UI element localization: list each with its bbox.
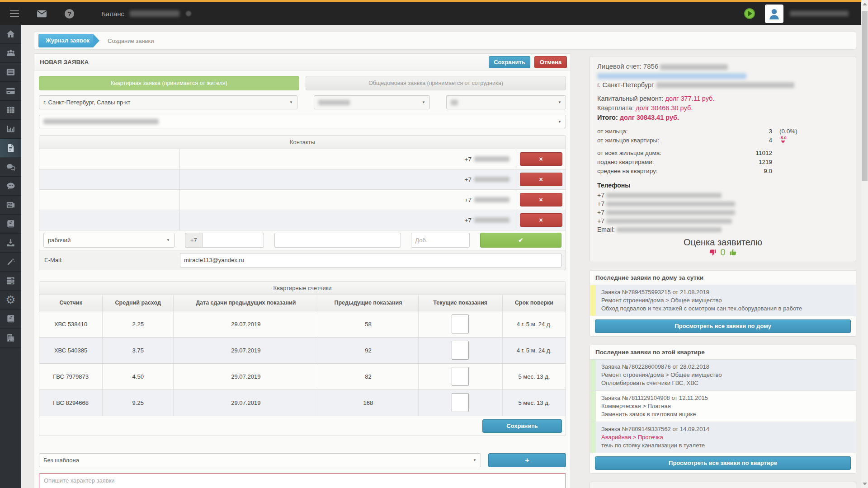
redacted-email bbox=[617, 227, 722, 232]
save-readings-button[interactable]: Сохранить bbox=[482, 419, 562, 433]
meter-check-term: 5 мес. 13 д. bbox=[502, 389, 566, 416]
save-button[interactable]: Сохранить bbox=[489, 56, 530, 68]
applicant-rating: Оценка заявителю 0 bbox=[597, 238, 849, 257]
sidebar-item-import[interactable] bbox=[0, 234, 21, 253]
add-phone-row: рабочий +7 ✔ bbox=[39, 230, 566, 250]
mail-button[interactable] bbox=[36, 8, 47, 19]
view-house-requests-button[interactable]: Просмотреть все заявки по дому bbox=[595, 319, 851, 333]
sidebar-item-news[interactable] bbox=[0, 196, 21, 215]
account-info-panel: Лицевой счет: 7856 г. Санкт-Петербург Ка… bbox=[590, 56, 856, 262]
current-reading-input[interactable] bbox=[452, 367, 469, 386]
phone-number-input[interactable] bbox=[202, 233, 264, 248]
page-scrollbar[interactable] bbox=[861, 0, 868, 488]
rent-value: долг 30466.30 руб. bbox=[636, 104, 693, 112]
scrollbar-down-arrow-icon[interactable] bbox=[863, 483, 867, 485]
meter-prev: 58 bbox=[318, 311, 418, 337]
remove-phone-button[interactable]: × bbox=[520, 213, 562, 227]
meter-check-term: 4 г. 5 м. 24 д. bbox=[502, 311, 566, 337]
template-select[interactable]: Без шаблона bbox=[39, 453, 481, 467]
col-header: Срок поверки bbox=[502, 295, 566, 311]
email-label: E-Mail: bbox=[39, 257, 180, 263]
newspaper-icon bbox=[5, 200, 16, 210]
apartment-select[interactable] bbox=[446, 95, 566, 109]
thumbs-up-icon[interactable] bbox=[729, 248, 738, 257]
sidebar-item-dialogs[interactable] bbox=[0, 158, 21, 177]
breadcrumb: Журнал заявок Создание заявки bbox=[34, 32, 856, 50]
scrollbar-thumb[interactable] bbox=[862, 11, 868, 181]
add-template-button[interactable]: + bbox=[488, 453, 566, 467]
right-column: Лицевой счет: 7856 г. Санкт-Петербург Ка… bbox=[590, 53, 856, 488]
meters-title: Квартирные счетчики bbox=[39, 282, 566, 295]
view-apartment-requests-button[interactable]: Просмотреть все заявки по квартире bbox=[595, 456, 851, 470]
sidebar-item-directory[interactable] bbox=[0, 310, 21, 328]
trend-down-icon bbox=[781, 141, 785, 143]
tab-journal[interactable]: Журнал заявок bbox=[38, 34, 93, 47]
sidebar-item-home[interactable] bbox=[0, 25, 21, 44]
play-button[interactable] bbox=[744, 8, 755, 19]
list-item[interactable]: Заявка №7811129104908 от 12.11.2015 Комм… bbox=[590, 391, 856, 422]
top-accent-strip bbox=[0, 0, 861, 2]
address-city: г. Санкт-Петербург bbox=[597, 81, 654, 89]
sidebar-item-registry[interactable] bbox=[0, 63, 21, 82]
request-description-textarea[interactable] bbox=[39, 473, 566, 488]
meter-prev: 92 bbox=[318, 337, 418, 363]
sidebar-item-residents[interactable] bbox=[0, 44, 21, 63]
phone-type-select[interactable]: рабочий bbox=[43, 233, 175, 248]
download-icon bbox=[5, 238, 16, 248]
sidebar-item-tables[interactable] bbox=[0, 101, 21, 120]
request-description: Заменить замок в почтовом ящике bbox=[601, 410, 850, 418]
resident-select[interactable] bbox=[39, 115, 566, 128]
sidebar-item-payments[interactable] bbox=[0, 82, 21, 101]
house-select[interactable] bbox=[314, 95, 430, 109]
building-request-toggle[interactable]: Общедомовая заявка (принимается от сотру… bbox=[306, 76, 566, 90]
list-item[interactable]: Заявка №7894575993215 от 21.08.2019 Ремо… bbox=[590, 285, 856, 316]
sidebar-item-master[interactable] bbox=[0, 253, 21, 272]
sidebar-item-servers[interactable] bbox=[0, 272, 21, 291]
breadcrumb-current: Создание заявки bbox=[108, 38, 154, 44]
avatar[interactable] bbox=[765, 5, 783, 23]
sidebar-item-buildings[interactable] bbox=[0, 328, 21, 347]
sidebar-item-requests[interactable] bbox=[0, 139, 21, 158]
sidebar-item-journal[interactable] bbox=[0, 215, 21, 234]
list-item[interactable]: Заявка №7802286009876 от 28.02.2018 Ремо… bbox=[590, 360, 856, 391]
current-reading-input[interactable] bbox=[452, 314, 469, 333]
sidebar-item-statistics[interactable] bbox=[0, 120, 21, 139]
current-reading-input[interactable] bbox=[452, 393, 469, 412]
phone-prefix-addon: +7 bbox=[185, 233, 202, 248]
redacted-resident bbox=[43, 119, 159, 124]
street-select[interactable]: г. Санкт-Петербург, Славы пр-кт bbox=[39, 95, 297, 109]
col-header: Средний расход bbox=[103, 295, 174, 311]
meter-check-term: 4 г. 5 м. 24 д. bbox=[502, 337, 566, 363]
remove-phone-button[interactable]: × bbox=[520, 173, 562, 186]
document-icon bbox=[5, 143, 16, 153]
remove-phone-button[interactable]: × bbox=[520, 193, 562, 206]
thumbs-down-icon[interactable] bbox=[708, 248, 717, 257]
request-category: Аварийная > Протечка bbox=[601, 433, 850, 441]
remove-phone-button[interactable]: × bbox=[520, 152, 562, 166]
meter-name: ГВС 8294668 bbox=[39, 389, 103, 416]
home-icon bbox=[5, 29, 16, 39]
phone-ext-input[interactable] bbox=[411, 233, 470, 248]
phone-comment-input[interactable] bbox=[274, 233, 401, 248]
current-reading-input[interactable] bbox=[452, 341, 469, 360]
help-button[interactable]: ? bbox=[65, 9, 74, 19]
status-dot bbox=[186, 11, 191, 16]
redacted-link[interactable] bbox=[597, 73, 746, 79]
contact-row: +7 × bbox=[39, 190, 566, 210]
sidebar-item-messages[interactable] bbox=[0, 177, 21, 196]
scrollbar-up-arrow-icon[interactable] bbox=[863, 3, 867, 5]
cancel-button[interactable]: Отмена bbox=[534, 56, 567, 68]
table-grid-icon bbox=[5, 105, 16, 115]
rent-label: Квартплата: bbox=[597, 104, 634, 112]
apartment-request-toggle[interactable]: Квартирная заявка (принимается от жителя… bbox=[39, 76, 299, 90]
email-field[interactable] bbox=[180, 253, 561, 267]
redacted-phone bbox=[474, 177, 509, 182]
list-item[interactable]: Заявка №7809149337562 от 14.09.2014 Авар… bbox=[590, 422, 856, 453]
confirm-phone-button[interactable]: ✔ bbox=[480, 233, 561, 248]
redacted-phone bbox=[606, 193, 722, 198]
meter-name: ХВС 540385 bbox=[39, 337, 103, 363]
sidebar-item-settings[interactable]: ⚙ bbox=[0, 291, 21, 310]
main-column: НОВАЯ ЗАЯВКА Сохранить Отмена Квартирная… bbox=[34, 53, 571, 488]
menu-icon[interactable] bbox=[10, 13, 19, 14]
description-panel: Описание bbox=[590, 482, 856, 488]
